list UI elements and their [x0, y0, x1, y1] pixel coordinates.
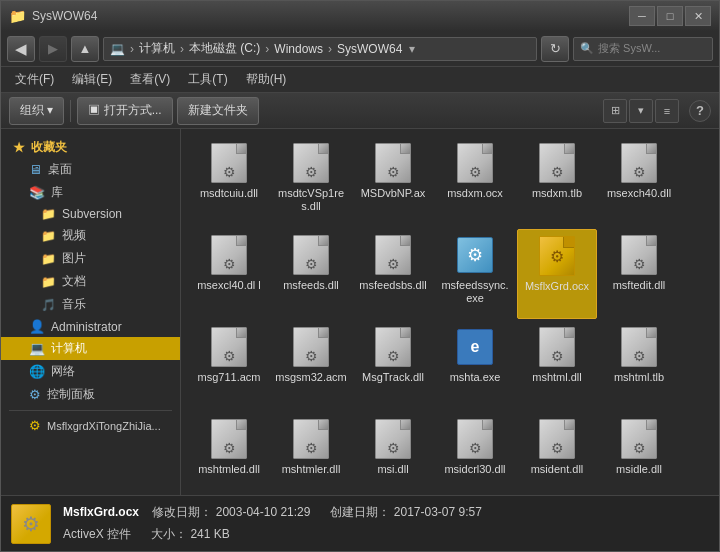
main-content: ★ 收藏夹 🖥 桌面 📚 库 📁 Subversion 📁 视频 📁 — [1, 129, 719, 495]
file-name: msftedit.dll — [613, 279, 666, 292]
view-large-icon[interactable]: ⊞ — [603, 99, 627, 123]
sidebar-item-control-panel[interactable]: ⚙ 控制面板 — [1, 383, 180, 406]
file-item[interactable]: ⚙ MsgTrack.dll — [353, 321, 433, 411]
file-name: msfeeds.dll — [283, 279, 339, 292]
dll-icon: ⚙ — [621, 235, 657, 275]
maximize-button[interactable]: □ — [657, 6, 683, 26]
file-name: MSDvbNP.ax — [361, 187, 426, 200]
computer-icon: 💻 — [29, 341, 45, 356]
menu-view[interactable]: 查看(V) — [122, 69, 178, 90]
file-name: mshtmled.dll — [198, 463, 260, 476]
close-button[interactable]: ✕ — [685, 6, 711, 26]
menu-file[interactable]: 文件(F) — [7, 69, 62, 90]
main-window: 📁 SysWOW64 ─ □ ✕ ◀ ▶ ▲ 💻 › 计算机 › 本地磁盘 (C… — [0, 0, 720, 552]
dll-icon: ⚙ — [211, 327, 247, 367]
new-folder-button[interactable]: 新建文件夹 — [177, 97, 259, 125]
file-icon: ⚙ — [537, 143, 577, 183]
file-item[interactable]: ⚙ msi.dll — [353, 413, 433, 495]
minimize-button[interactable]: ─ — [629, 6, 655, 26]
breadcrumb[interactable]: 💻 › 计算机 › 本地磁盘 (C:) › Windows › SysWOW64… — [103, 37, 537, 61]
sidebar-item-music[interactable]: 🎵 音乐 — [1, 293, 180, 316]
file-item[interactable]: ⚙ msdxm.ocx — [435, 137, 515, 227]
file-item[interactable]: ⚙MsflxGrd.ocx — [517, 229, 597, 319]
status-type-size-line: ActiveX 控件 大小： 241 KB — [63, 524, 482, 546]
file-item[interactable]: ⚙ msfeedsbs.dll — [353, 229, 433, 319]
file-item[interactable]: ⚙ mshtmler.dll — [271, 413, 351, 495]
status-create-label: 创建日期： — [330, 505, 390, 519]
sidebar-item-computer[interactable]: 💻 计算机 — [1, 337, 180, 360]
breadcrumb-dropdown[interactable]: ▾ — [409, 42, 415, 56]
file-name: msexch40.dll — [607, 187, 671, 200]
file-item[interactable]: ⚙ msexcl40.dl l — [189, 229, 269, 319]
sidebar-item-administrator[interactable]: 👤 Administrator — [1, 316, 180, 337]
file-item[interactable]: ⚙ msexch40.dll — [599, 137, 679, 227]
menu-bar: 文件(F) 编辑(E) 查看(V) 工具(T) 帮助(H) — [1, 67, 719, 93]
file-name: msidcrl30.dll — [444, 463, 505, 476]
file-item[interactable]: emshta.exe — [435, 321, 515, 411]
folder-icon: 📁 — [9, 8, 26, 24]
file-item[interactable]: ⚙ msidle.dll — [599, 413, 679, 495]
sidebar-item-desktop[interactable]: 🖥 桌面 — [1, 158, 180, 181]
breadcrumb-computer[interactable]: 💻 — [110, 42, 125, 56]
refresh-button[interactable]: ↻ — [541, 36, 569, 62]
menu-edit[interactable]: 编辑(E) — [64, 69, 120, 90]
file-name: mshtml.dll — [532, 371, 582, 384]
file-item[interactable]: ⚙ msident.dll — [517, 413, 597, 495]
title-bar: 📁 SysWOW64 ─ □ ✕ — [1, 1, 719, 31]
file-name: msdtcVSp1res.dll — [275, 187, 347, 213]
sidebar-item-network[interactable]: 🌐 网络 — [1, 360, 180, 383]
breadcrumb-label-syswow64[interactable]: SysWOW64 — [337, 42, 402, 56]
status-type: ActiveX 控件 — [63, 527, 131, 541]
file-icon: ⚙ — [291, 143, 331, 183]
file-item[interactable]: ⚙ mshtmled.dll — [189, 413, 269, 495]
open-with-button[interactable]: ▣ 打开方式... — [77, 97, 172, 125]
file-icon: ⚙ — [537, 327, 577, 367]
sidebar-item-library[interactable]: 📚 库 — [1, 181, 180, 204]
view-list[interactable]: ≡ — [655, 99, 679, 123]
breadcrumb-label-drive[interactable]: 本地磁盘 (C:) — [189, 40, 260, 57]
dll-icon: ⚙ — [621, 419, 657, 459]
sidebar-item-videos[interactable]: 📁 视频 — [1, 224, 180, 247]
sidebar-item-documents[interactable]: 📁 文档 — [1, 270, 180, 293]
file-icon: ⚙ — [291, 419, 331, 459]
file-item[interactable]: ⚙ msidcrl30.dll — [435, 413, 515, 495]
file-icon: ⚙ — [537, 419, 577, 459]
menu-help[interactable]: 帮助(H) — [238, 69, 295, 90]
forward-button[interactable]: ▶ — [39, 36, 67, 62]
menu-tools[interactable]: 工具(T) — [180, 69, 235, 90]
dll-icon: ⚙ — [293, 419, 329, 459]
file-item[interactable]: ⚙ mshtml.tlb — [599, 321, 679, 411]
control-panel-icon: ⚙ — [29, 387, 41, 402]
breadcrumb-label-computer[interactable]: 计算机 — [139, 40, 175, 57]
help-button[interactable]: ? — [689, 100, 711, 122]
file-name: mshtml.tlb — [614, 371, 664, 384]
up-button[interactable]: ▲ — [71, 36, 99, 62]
file-item[interactable]: ⚙msfeedssync.exe — [435, 229, 515, 319]
file-item[interactable]: ⚙ msg711.acm — [189, 321, 269, 411]
file-item[interactable]: ⚙ msdxm.tlb — [517, 137, 597, 227]
sidebar-item-msflxgrd[interactable]: ⚙ MsflxgrdXiTongZhiJia... — [1, 415, 180, 436]
file-item[interactable]: ⚙ msdtcuiu.dll — [189, 137, 269, 227]
status-modify-date: 2003-04-10 21:29 — [216, 505, 311, 519]
dll-icon: ⚙ — [293, 327, 329, 367]
file-item[interactable]: ⚙ mshtml.dll — [517, 321, 597, 411]
view-details[interactable]: ▾ — [629, 99, 653, 123]
file-item[interactable]: ⚙ msdtcVSp1res.dll — [271, 137, 351, 227]
search-bar[interactable]: 🔍 搜索 SysW... — [573, 37, 713, 61]
breadcrumb-label-windows[interactable]: Windows — [274, 42, 323, 56]
file-icon: ⚙ — [291, 327, 331, 367]
library-icon: 📚 — [29, 185, 45, 200]
title-bar-left: 📁 SysWOW64 — [9, 8, 97, 24]
file-icon: ⚙ — [209, 327, 249, 367]
dll-icon: ⚙ — [211, 235, 247, 275]
file-item[interactable]: ⚙ MSDvbNP.ax — [353, 137, 433, 227]
sidebar-item-subversion[interactable]: 📁 Subversion — [1, 204, 180, 224]
ocx-icon: ⚙ — [539, 236, 575, 276]
file-item[interactable]: ⚙ msftedit.dll — [599, 229, 679, 319]
file-name: msidle.dll — [616, 463, 662, 476]
back-button[interactable]: ◀ — [7, 36, 35, 62]
sidebar-item-pictures[interactable]: 📁 图片 — [1, 247, 180, 270]
file-item[interactable]: ⚙ msfeeds.dll — [271, 229, 351, 319]
file-item[interactable]: ⚙ msgsm32.acm — [271, 321, 351, 411]
organize-button[interactable]: 组织 ▾ — [9, 97, 64, 125]
